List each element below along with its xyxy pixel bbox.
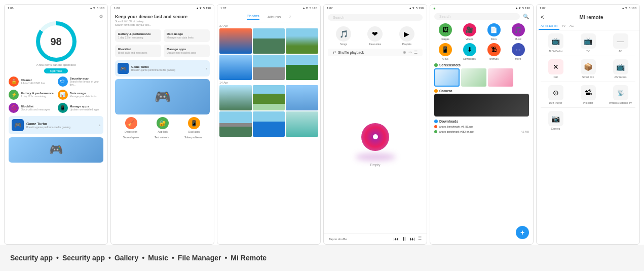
features-grid: Battery & performance 1 day 12 hr. remai… — [115, 29, 210, 57]
caption-separator-5: • — [224, 254, 227, 262]
list-item[interactable]: 🚫 BlocklistBlock calls and messages — [9, 103, 55, 113]
game-turbo-banner[interactable]: 🎮 Game Turbo Boost in-game performance f… — [9, 116, 103, 134]
download-item-2[interactable]: arturo-benchmark-v982-en.apk 4.1 MB — [434, 129, 529, 134]
status-bar-3: 1:07▲▼5130 — [217, 5, 320, 12]
fab-button[interactable]: + — [516, 226, 529, 239]
status-bar-1: 1:06 ▲▼5130 — [5, 5, 107, 12]
camera-section: Camera — [430, 88, 533, 118]
remote-item[interactable]: 📷 Camera — [541, 111, 571, 130]
miremote-title: Mi remote — [547, 15, 635, 20]
next-button[interactable]: ⏭ — [410, 236, 415, 242]
search-icon[interactable]: 🔍 — [523, 14, 529, 19]
remote-item[interactable]: — AC — [605, 33, 635, 53]
music-shadow — [355, 153, 396, 161]
remote-item[interactable]: 📺 A/V recess — [605, 59, 635, 79]
remote-item[interactable]: 📡 Wireless satellite TV — [605, 85, 635, 104]
miremote-tabs: All To-Do list TV AC — [537, 23, 639, 30]
screen2: 1:06▲▼5130 Keep your device fast and sec… — [110, 4, 214, 245]
feature-card[interactable]: Blocklist Block calls and messages — [115, 45, 161, 57]
fm-images[interactable]: 🖼 Images — [434, 23, 456, 41]
list-item[interactable]: 📱 Manage appsUpdate non-installed apps — [58, 103, 104, 113]
music-playlists[interactable]: ▶ Playlists — [399, 26, 414, 46]
tab-ac[interactable]: AC — [567, 23, 576, 30]
feature-card[interactable]: Manage apps Update non-installed apps — [164, 45, 210, 57]
photo-row-4 — [219, 111, 318, 137]
screen2-sub2: Search for threats on your dev... — [115, 23, 210, 26]
screen2-title: Keep your device fast and secure — [115, 14, 210, 19]
music-favourites[interactable]: ❤ Favourites — [367, 26, 383, 46]
back-button[interactable]: < — [541, 14, 544, 21]
more-icon[interactable]: ☰ — [418, 236, 422, 242]
fm-downloads[interactable]: ⬇ Downloads — [459, 43, 480, 60]
time-1: 1:06 — [8, 7, 14, 10]
feature-card[interactable]: Data usage Manage your data limits — [164, 29, 210, 42]
list-item[interactable]: 🛡 Security scanSearch the threats of you… — [58, 76, 104, 87]
optimize-button[interactable]: Optimize — [44, 68, 68, 73]
screen2-body: Keep your device fast and secure Scan & … — [111, 12, 214, 244]
playback-controls: ⏮ ⏸ ⏭ ☰ — [394, 236, 422, 242]
list-item[interactable]: 📊 Data usageManage your data limits — [58, 90, 104, 100]
chevron-right-icon: › — [99, 123, 100, 128]
date-label-2: 14 Apr — [219, 81, 318, 84]
list-item[interactable]: ⚡ Battery & performance1 day 12 hr. rema… — [9, 90, 55, 100]
tab-photos[interactable]: Photos — [247, 14, 259, 20]
remote-item[interactable]: ✕ Fail — [541, 59, 571, 79]
prev-button[interactable]: ⏮ — [394, 236, 399, 242]
score-section: 98 A few items can be optimized Optimize — [9, 21, 103, 73]
fm-apks[interactable]: 📱 APKs — [434, 43, 456, 60]
status-icons-1: ▲▼5130 — [90, 7, 104, 10]
screen1-body: ⚙ 98 A few items can be optimized Optimi… — [5, 12, 107, 244]
fm-docs[interactable]: 📄 Docs — [483, 23, 505, 41]
tab-all[interactable]: All To-Do list — [539, 23, 559, 30]
gallery-body: 27 Apr 14 Apr — [217, 22, 320, 244]
remote-item[interactable]: ⊙ DVB Player — [541, 85, 571, 104]
tap-to-shuffle: Tap to shuffle — [329, 238, 347, 241]
play-button[interactable]: ⏸ — [402, 236, 407, 242]
caption-separator-2: • — [108, 254, 111, 262]
remote-item[interactable]: 📽 Projector — [573, 85, 603, 104]
fm-music[interactable]: 🎵 Music — [507, 23, 529, 41]
fm-videos[interactable]: 🎥 Videos — [459, 23, 480, 41]
feature-card[interactable]: Battery & performance 1 day 12 hr. remai… — [115, 29, 161, 42]
remote-item[interactable]: 📺 All To Do list — [541, 33, 571, 53]
score-label: A few items can be optimized — [36, 63, 76, 66]
bottom-icons-s2: 🧹 Deep clean 🔐 App lock 📱 Dual apps — [115, 117, 210, 133]
caption-bar: Security app • Security app • Gallery • … — [0, 245, 644, 271]
caption-separator-1: • — [56, 254, 59, 262]
screen3: 1:07▲▼5130 Photos Albums 7 27 Apr — [217, 4, 321, 245]
remote-grid-1: 📺 All To Do list 📺 TV — AC — [537, 30, 639, 56]
filemanager-header: Search 🔍 — [430, 12, 533, 21]
music-visual: Empty — [324, 56, 427, 233]
game-turbo-sub: Boost in-game performance for gaming — [26, 126, 70, 129]
tab-albums[interactable]: Albums — [268, 15, 281, 19]
list-item[interactable]: 🔐 App lock — [157, 117, 169, 133]
filemanager-search[interactable]: Search — [434, 13, 520, 20]
screen4: 1:07▲▼5130 Search 🎵 Songs ❤ Favourites ▶… — [323, 4, 427, 245]
caption-item-3: Gallery — [115, 254, 138, 262]
list-item[interactable]: 🔒 Cleaner1.14 of 149.8 MB free — [9, 76, 55, 87]
music-disc — [361, 123, 389, 151]
game-turbo-s2[interactable]: 🎮 Game Turbo Boost in-game performance f… — [115, 60, 210, 76]
fm-archives[interactable]: 🗜 Archives — [483, 43, 505, 60]
gallery-tabs: Photos Albums 7 — [217, 12, 320, 22]
status-bar-2: 1:06▲▼5130 — [111, 5, 214, 12]
fm-more[interactable]: ··· More — [507, 43, 529, 60]
screen1: 1:06 ▲▼5130 ⚙ 98 A few items ca — [4, 4, 108, 245]
music-search-bar[interactable]: Search — [328, 14, 423, 21]
shuffle-row[interactable]: ⇄Shuffle playback ⊕⇒☰ — [328, 49, 423, 56]
music-songs[interactable]: 🎵 Songs — [336, 26, 351, 46]
remote-item[interactable]: 📦 Smart box — [573, 59, 603, 79]
game-turbo-title: Game Turbo — [26, 122, 70, 126]
download-item-1[interactable]: arturo_benchmark_v8_56.apk — [434, 124, 529, 129]
caption-item-2: Security app — [62, 254, 105, 262]
remote-item[interactable]: 📺 TV — [573, 33, 603, 53]
downloads-section: Downloads arturo_benchmark_v8_56.apk art… — [430, 118, 533, 244]
list-item[interactable]: 📱 Dual apps — [188, 117, 200, 133]
tab-tv[interactable]: TV — [559, 23, 567, 30]
music-controls: Tap to shuffle ⏮ ⏸ ⏭ ☰ — [324, 233, 427, 244]
list-item[interactable]: 🧹 Deep clean — [125, 117, 137, 133]
settings-icon[interactable]: ⚙ — [99, 14, 103, 19]
empty-label: Empty — [370, 163, 381, 167]
photo-row-3 — [219, 85, 318, 110]
miremote-header: < Mi remote — [537, 12, 639, 23]
